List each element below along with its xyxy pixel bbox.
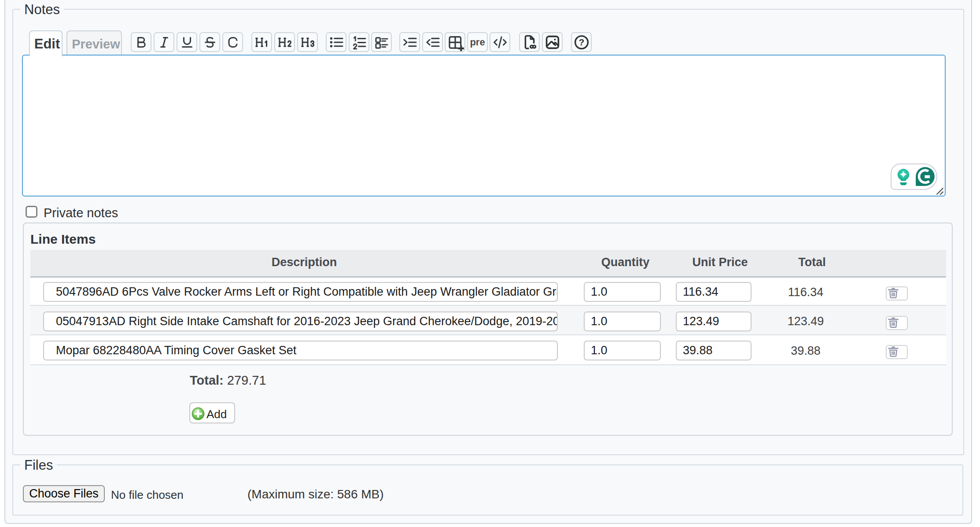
svg-text:?: ? [578,37,584,47]
